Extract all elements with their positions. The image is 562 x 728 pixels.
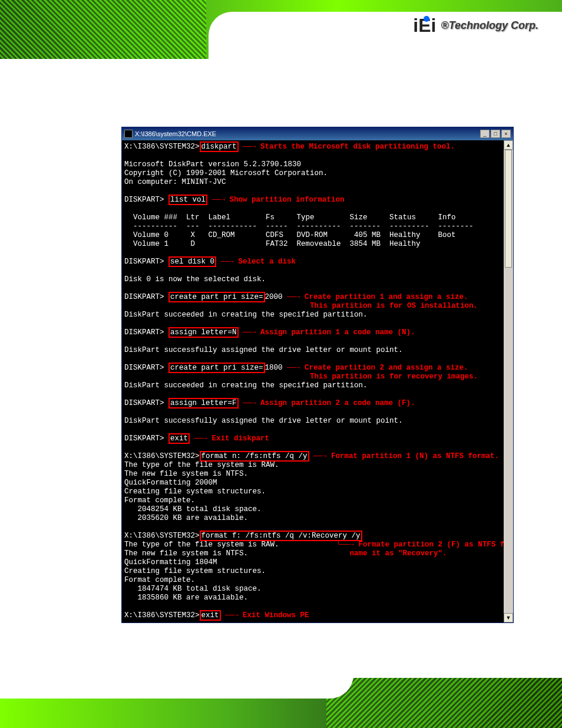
table-row: Volume 0 X CD_ROM CDFS DVD-ROM 405 MB He… xyxy=(124,231,456,239)
cmd-exit-diskpart: exit xyxy=(168,433,190,444)
cmd-format-n: format n: /fs:ntfs /q /y xyxy=(200,451,309,462)
output-line: QuickFormatting 2000M xyxy=(124,479,217,487)
cmd-arg: 1800 xyxy=(265,364,283,372)
arrow-icon: ──→ xyxy=(221,611,243,620)
output-line: QuickFormatting 1804M xyxy=(124,558,217,566)
logo-area: iEi ®Technology Corp. xyxy=(413,15,538,37)
annotation: Assign partition 1 a code name (N). xyxy=(260,328,415,337)
output-line: The new file system is NTFS. xyxy=(124,470,248,478)
company-name: ®Technology Corp. xyxy=(441,19,538,32)
arrow-icon: ──→ xyxy=(239,143,261,151)
scroll-down-icon[interactable]: ▼ xyxy=(504,613,513,622)
cmd-createpart1: create part pri size= xyxy=(168,292,265,302)
prompt: X:\I386\SYSTEM32> xyxy=(124,532,200,540)
output-line: The new file system is NTFS. xyxy=(124,549,248,558)
cmd-createpart2: create part pri size= xyxy=(168,363,265,373)
arrow-icon: ──→ xyxy=(216,258,239,266)
titlebar-title: X:\I386\system32\CMD.EXE xyxy=(135,130,480,137)
output-line: 1847474 KB total disk space. xyxy=(124,585,262,593)
prompt: DISKPART> xyxy=(124,328,168,337)
arrow-icon: ──→ xyxy=(309,452,332,460)
annotation: name it as "Recovery". xyxy=(350,549,447,558)
output-line: 2048254 KB total disk space. xyxy=(124,505,262,513)
scroll-thumb[interactable] xyxy=(505,150,512,268)
arrow-icon: ──→ xyxy=(239,328,261,337)
annotation: Exit diskpart xyxy=(212,434,270,443)
prompt: X:\I386\SYSTEM32> xyxy=(124,611,200,620)
output-line: 1835860 KB are available. xyxy=(124,594,248,602)
titlebar-buttons: _ □ × xyxy=(480,130,511,138)
arrow-icon: ──→ xyxy=(239,399,261,407)
cmd-exit-pe: exit xyxy=(200,610,221,621)
output-line: On computer: MININT-JVC xyxy=(124,178,226,186)
annotation: Assign partition 2 a code name (F). xyxy=(260,399,415,407)
annotation: Formate partition 2 (F) as NTFS formate … xyxy=(359,541,513,549)
annotation: Format partition 1 (N) as NTFS format. xyxy=(331,452,499,460)
output-line: Creating file system structures. xyxy=(124,487,266,496)
scrollbar[interactable]: ▲ ▼ xyxy=(504,140,513,622)
output-line: DiskPart succeeded in creating the speci… xyxy=(124,311,368,319)
cmd-diskpart: diskpart xyxy=(200,141,239,152)
prompt: DISKPART> xyxy=(124,399,168,407)
cmd-assign-f: assign letter=F xyxy=(168,398,239,409)
table-header: Volume ### Ltr Label Fs Type Size Status… xyxy=(124,213,456,222)
annotation: Starts the Microsoft disk partitioning t… xyxy=(260,143,455,151)
titlebar[interactable]: X:\I386\system32\CMD.EXE _ □ × xyxy=(122,127,513,140)
annotation: Create partition 1 and assign a size. xyxy=(305,293,468,301)
scroll-up-icon[interactable]: ▲ xyxy=(504,140,513,150)
output-line: The type of the file system is RAW. xyxy=(124,541,279,549)
annotation: Show partition information xyxy=(230,196,345,204)
output-line: Disk 0 is now the selected disk. xyxy=(124,275,266,284)
table-row: Volume 1 D FAT32 Removeable 3854 MB Heal… xyxy=(124,240,421,248)
close-button[interactable]: × xyxy=(501,130,511,138)
output-line: Copyright (C) 1999-2001 Microsoft Corpor… xyxy=(124,169,328,177)
cmd-window: X:\I386\system32\CMD.EXE _ □ × X:\I386\S… xyxy=(121,127,514,623)
annotation: This partition is for recovery images. xyxy=(310,373,478,381)
cmd-assign-n: assign letter=N xyxy=(168,327,239,338)
table-divider: ---------- --- ----------- ----- -------… xyxy=(124,222,474,230)
cmd-arg: 2000 xyxy=(265,293,283,301)
prompt: DISKPART> xyxy=(124,434,168,443)
prompt: X:\I386\SYSTEM32> xyxy=(124,143,200,151)
titlebar-icon xyxy=(124,130,133,138)
prompt: DISKPART> xyxy=(124,196,168,204)
logo-iei: iEi xyxy=(413,15,436,37)
terminal-output: X:\I386\SYSTEM32>diskpart ──→ Starts the… xyxy=(122,140,513,622)
arrow-icon: ──→ xyxy=(190,434,212,443)
output-line: DiskPart successfully assigned the drive… xyxy=(124,346,403,354)
output-line: Creating file system structures. xyxy=(124,567,266,575)
arrow-icon: ──→ xyxy=(283,364,305,372)
output-line: Microsoft DiskPart version 5.2.3790.1830 xyxy=(124,160,301,169)
prompt: X:\I386\SYSTEM32> xyxy=(124,452,200,460)
annotation: Exit Windows PE xyxy=(243,611,309,620)
prompt: DISKPART> xyxy=(124,364,168,372)
header-band: iEi ®Technology Corp. xyxy=(0,0,562,59)
output-line: DiskPart succeeded in creating the speci… xyxy=(124,381,368,390)
annotation: Select a disk xyxy=(239,258,296,266)
minimize-button[interactable]: _ xyxy=(480,130,490,138)
output-line: The type of the file system is RAW. xyxy=(124,461,279,469)
prompt: DISKPART> xyxy=(124,293,168,301)
cmd-seldisk: sel disk 0 xyxy=(168,256,216,267)
output-line: Format complete. xyxy=(124,576,195,584)
arrow-icon: └──→ xyxy=(336,541,359,549)
maximize-button[interactable]: □ xyxy=(491,130,500,138)
prompt: DISKPART> xyxy=(124,258,168,266)
cmd-format-f: format f: /fs:ntfs /q /v:Recovery /y xyxy=(200,531,362,541)
output-line: DiskPart successfully assigned the drive… xyxy=(124,417,403,425)
arrow-icon: ──→ xyxy=(283,293,305,301)
annotation: This partition is for OS installation. xyxy=(310,302,478,310)
header-circuit-art xyxy=(0,0,206,59)
footer-swoosh xyxy=(0,669,353,699)
footer-band xyxy=(0,678,562,728)
output-line: Format complete. xyxy=(124,496,195,505)
annotation: Create partition 2 and assign a size. xyxy=(305,364,468,372)
arrow-icon: ──→ xyxy=(207,196,230,204)
cmd-listvol: list vol xyxy=(168,195,207,205)
footer-circuit-art xyxy=(326,678,562,728)
output-line: 2035620 KB are available. xyxy=(124,514,248,522)
